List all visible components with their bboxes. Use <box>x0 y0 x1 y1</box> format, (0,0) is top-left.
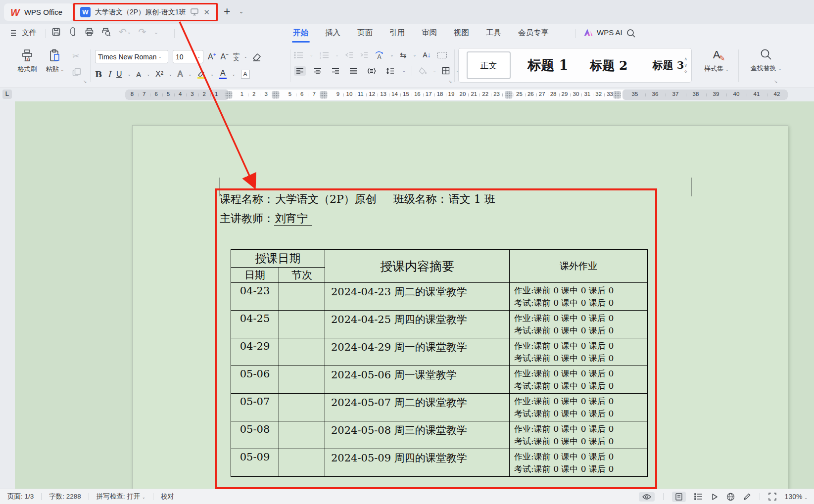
gallery-up-icon[interactable]: ∧ <box>684 57 687 61</box>
ruler-tick <box>491 93 491 96</box>
style-normal[interactable]: 正文 <box>467 51 511 79</box>
file-menu-button[interactable]: 文件 <box>11 28 37 38</box>
document-workspace[interactable]: 课程名称：大学语文（2P）原创班级名称：语文 1 班 主讲教师：刘宵宁 授课日期… <box>0 101 814 489</box>
group-expand-icon[interactable]: ↘ <box>83 79 87 84</box>
course-header-line[interactable]: 课程名称：大学语文（2P）原创班级名称：语文 1 班 <box>220 192 499 207</box>
course-schedule-table[interactable]: 授课日期 授课内容摘要 课外作业 日期 节次 04-23 2024-04-23 … <box>231 249 648 477</box>
gallery-more-icon[interactable]: ⩒ <box>684 70 687 74</box>
table-column-marker[interactable] <box>320 91 328 98</box>
align-left-button[interactable] <box>294 66 306 76</box>
eye-protection-icon[interactable] <box>639 492 655 502</box>
table-column-marker[interactable] <box>614 91 621 98</box>
chevron-down-icon[interactable]: ⌄ <box>210 72 214 77</box>
tab-insert[interactable]: 插入 <box>325 28 340 41</box>
search-icon[interactable] <box>626 29 636 38</box>
chevron-down-icon[interactable]: ⌄ <box>413 53 417 57</box>
tab-page[interactable]: 页面 <box>357 28 373 41</box>
chevron-down-icon[interactable]: ⌄ <box>146 72 150 77</box>
chevron-down-icon[interactable]: ⌄ <box>188 72 192 77</box>
zoom-level[interactable]: 130% ⌄ <box>785 493 808 501</box>
superscript-button[interactable]: X² <box>155 70 163 78</box>
tab-stop-selector[interactable]: L <box>2 90 12 99</box>
justify-button[interactable] <box>347 66 359 76</box>
decrease-font-button[interactable]: A− <box>221 52 229 61</box>
document-page[interactable]: 课程名称：大学语文（2P）原创班级名称：语文 1 班 主讲教师：刘宵宁 授课日期… <box>132 125 788 489</box>
tab-membership[interactable]: 会员专享 <box>518 28 549 41</box>
web-layout-icon[interactable] <box>726 493 735 501</box>
font-size-select[interactable]: 10 ⌄ <box>173 50 203 63</box>
font-color-button[interactable]: A <box>219 69 227 79</box>
style-heading1[interactable]: 标题 1 <box>527 56 568 74</box>
proofread-button[interactable]: 校对 <box>161 492 174 501</box>
paste-button[interactable]: 粘贴 ⌄ <box>42 49 68 77</box>
spellcheck-toggle[interactable]: 拼写检查: 打开 ⌄ <box>96 492 145 501</box>
gallery-down-icon[interactable]: ∨ <box>684 63 687 68</box>
close-tab-icon[interactable]: ✕ <box>204 8 210 17</box>
highlight-color-button[interactable] <box>197 70 205 79</box>
outline-view-icon[interactable] <box>694 493 703 500</box>
fullscreen-icon[interactable] <box>768 493 776 501</box>
print-button[interactable] <box>85 27 94 37</box>
borders-icon[interactable] <box>442 67 450 75</box>
save-button[interactable] <box>51 27 61 37</box>
page-indicator[interactable]: 页面: 1/3 <box>7 492 34 501</box>
sort-button[interactable]: A↓ <box>423 51 431 59</box>
distribute-button[interactable] <box>365 66 378 76</box>
increase-font-button[interactable]: A+ <box>208 52 216 61</box>
table-column-marker[interactable] <box>225 91 233 98</box>
character-shading-button[interactable]: A <box>241 70 250 79</box>
ruler-tick <box>767 93 767 96</box>
document-tab[interactable]: W 大学语文（2P）原创-语文1班 ✕ <box>75 3 217 21</box>
ink-pen-icon[interactable] <box>743 493 751 501</box>
quick-toolbar-chevron-icon[interactable]: ⌄ <box>153 29 158 36</box>
chevron-down-icon[interactable]: ⌄ <box>128 72 131 77</box>
chevron-down-icon[interactable]: ⌄ <box>244 54 247 59</box>
tab-home[interactable]: 开始 <box>293 28 308 41</box>
italic-button[interactable]: I <box>107 69 111 79</box>
format-painter-button[interactable]: 格式刷 <box>14 49 41 77</box>
strikethrough-button[interactable]: A <box>136 70 141 79</box>
horizontal-ruler[interactable]: L 87654321123567910111213141516171819202… <box>0 88 814 101</box>
line-spacing-button[interactable] <box>384 66 396 76</box>
underline-button[interactable]: U <box>116 70 122 79</box>
page-view-icon[interactable] <box>672 492 686 502</box>
ruler-track[interactable]: 8765432112356791011121314151617181920212… <box>125 90 788 100</box>
table-column-marker[interactable] <box>505 91 513 98</box>
clear-format-eraser-icon[interactable] <box>252 52 262 62</box>
style-heading3[interactable]: 标题 3 <box>652 58 684 72</box>
chevron-down-icon[interactable]: ⌄ <box>390 53 393 57</box>
wps-ai-button[interactable]: WPS AI <box>584 28 622 37</box>
word-count[interactable]: 字数: 2288 <box>49 492 81 501</box>
style-set-button[interactable]: A✎ 样式集 ⌄ <box>699 49 734 73</box>
tab-reference[interactable]: 引用 <box>389 28 405 41</box>
bold-button[interactable]: B <box>95 69 102 79</box>
tab-list-chevron-icon[interactable]: ⌄ <box>239 8 243 15</box>
group-expand-icon[interactable]: ↘ <box>774 79 778 84</box>
group-expand-icon[interactable]: ↘ <box>448 79 452 84</box>
read-mode-icon[interactable] <box>711 493 718 501</box>
ruler-number: 23 <box>493 91 500 97</box>
new-tab-button[interactable]: + <box>224 5 230 18</box>
wrap-direction-icon[interactable]: ⇆ <box>400 50 406 60</box>
text-direction-button[interactable]: A <box>375 50 383 60</box>
print-preview-button[interactable] <box>101 27 111 37</box>
text-layout-icon[interactable] <box>437 52 447 58</box>
font-name-select[interactable]: Times New Roman ⌄ <box>95 50 168 63</box>
tab-view[interactable]: 视图 <box>454 28 469 41</box>
chevron-down-icon[interactable]: ⌄ <box>169 72 172 77</box>
table-column-marker[interactable] <box>272 91 280 98</box>
align-center-button[interactable] <box>312 66 324 76</box>
export-pdf-button[interactable] <box>68 27 77 37</box>
chevron-down-icon[interactable]: ⌄ <box>402 69 406 73</box>
tab-review[interactable]: 审阅 <box>422 28 437 41</box>
divider <box>290 49 290 82</box>
find-replace-button[interactable]: 查找替换 ⌄ <box>741 48 791 73</box>
teacher-line[interactable]: 主讲教师：刘宵宁 <box>220 211 312 226</box>
align-right-button[interactable] <box>330 66 341 76</box>
style-heading2[interactable]: 标题 2 <box>590 57 627 74</box>
text-effect-button[interactable]: A <box>178 70 183 79</box>
tab-tools[interactable]: 工具 <box>486 28 501 41</box>
chevron-down-icon[interactable]: ⌄ <box>232 72 236 77</box>
phonetic-guide-button[interactable]: wén 文 <box>233 52 239 61</box>
wps-office-home-tab[interactable]: W WPS Office <box>4 3 73 21</box>
